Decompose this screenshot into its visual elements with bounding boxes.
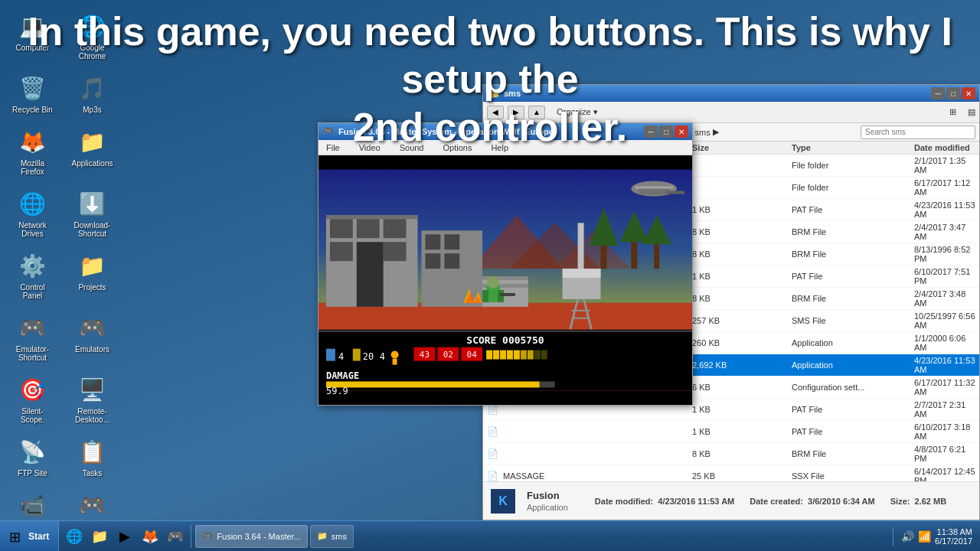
file-name-massage1: MASSAGE bbox=[503, 471, 544, 481]
back-button[interactable]: ◀ bbox=[487, 106, 504, 119]
toolbar-preview[interactable]: ▤ bbox=[968, 107, 975, 117]
desktop-icon-computer[interactable]: 💻 Computer bbox=[8, 8, 57, 64]
explorer-minimize-button[interactable]: ─ bbox=[931, 87, 945, 99]
taskbar-fusion-icon[interactable]: 🎮 bbox=[164, 525, 187, 548]
svg-rect-65 bbox=[493, 350, 499, 360]
chrome-icon: 🌐 bbox=[77, 11, 108, 41]
emulator-maximize-button[interactable]: □ bbox=[659, 126, 673, 138]
explorer-toolbar: ◀ ▶ ▲ Organize ▾ ⊞ ▤ bbox=[483, 102, 979, 123]
search-input[interactable] bbox=[861, 126, 975, 139]
desktop-icon-controlpanel[interactable]: ⚙️ Control Panel bbox=[8, 247, 57, 303]
status-date-modified: Date modified: 4/23/2016 11:53 AM bbox=[595, 497, 734, 506]
menu-sound[interactable]: Sound bbox=[396, 142, 428, 154]
breadcrumb-sms[interactable]: sms bbox=[694, 128, 710, 137]
emulator-titlebar: 🎮 Fusion 3.64 - Master System - Operatio… bbox=[318, 123, 692, 140]
desktop-icon-recycle[interactable]: 🗑️ Recycle Bin bbox=[8, 70, 57, 117]
desktop-icon-emulators[interactable]: 🎮 Emulators bbox=[67, 309, 117, 365]
svg-rect-21 bbox=[444, 234, 459, 249]
desktop-icon-remote[interactable]: 🖥️ Remote-Desktoo... bbox=[67, 371, 117, 427]
svg-rect-14 bbox=[357, 219, 380, 238]
svg-rect-36 bbox=[563, 269, 601, 278]
firefox-label: Mozilla Firefox bbox=[11, 159, 54, 176]
svg-rect-39 bbox=[665, 191, 684, 194]
taskbar-task-fusion[interactable]: 🎮 Fusion 3.64 - Master... bbox=[195, 525, 307, 548]
explorer-titlebar: 📁 sms ─ □ ✕ bbox=[483, 85, 979, 102]
file-row[interactable]: 📄MASSAGE 25 KB SSX File 6/14/2017 12:45 … bbox=[483, 465, 979, 481]
emulator-title: Fusion 3.64 - Master System - Operation … bbox=[338, 127, 640, 136]
network-icon: 🌐 bbox=[18, 188, 48, 219]
taskbar-ie-icon[interactable]: 🌐 bbox=[63, 525, 86, 548]
desktop-icons: 💻 Computer 🌐 Google Chrome 🗑️ Recycle Bi… bbox=[8, 8, 121, 551]
desktop: In this game, you need two buttons. This… bbox=[0, 0, 980, 551]
svg-rect-51 bbox=[326, 349, 335, 361]
desktop-icon-projects[interactable]: 📁 Projects bbox=[67, 247, 117, 303]
explorer-close-button[interactable]: ✕ bbox=[962, 87, 975, 99]
start-button[interactable]: ⊞ Start bbox=[0, 521, 59, 551]
menu-help[interactable]: Help bbox=[487, 142, 512, 154]
up-button[interactable]: ▲ bbox=[528, 106, 545, 119]
svg-rect-70 bbox=[528, 350, 534, 360]
menu-video[interactable]: Video bbox=[355, 142, 384, 154]
computer-icon: 💻 bbox=[18, 11, 48, 41]
emulator-minimize-button[interactable]: ─ bbox=[644, 126, 658, 138]
controlpanel-label: Control Panel bbox=[11, 283, 54, 300]
svg-text:SCORE  0005750: SCORE 0005750 bbox=[466, 334, 544, 346]
desktop-icon-silent-scope[interactable]: 🎯 Silent-Scope. bbox=[8, 371, 57, 427]
game-content[interactable]: SCORE 0005750 4 20 4 43 02 04 bbox=[318, 155, 692, 405]
svg-rect-12 bbox=[326, 215, 418, 219]
tray-speaker-icon[interactable]: 🔊 bbox=[901, 530, 914, 543]
desktop-icon-ftp[interactable]: 📡 FTP Site bbox=[8, 433, 57, 481]
file-row[interactable]: 📄 8 KB BRM File 4/8/2017 6:21 PM bbox=[483, 443, 979, 465]
recycle-label: Recycle Bin bbox=[12, 106, 53, 114]
svg-text:DAMAGE: DAMAGE bbox=[326, 370, 359, 381]
toolbar-view[interactable]: ⊞ bbox=[949, 107, 956, 117]
taskbar-firefox-icon[interactable]: 🦊 bbox=[139, 525, 162, 548]
download-icon: ⬇️ bbox=[77, 188, 108, 219]
date-modified-label: Date modified: bbox=[595, 497, 653, 506]
desktop-icon-chrome[interactable]: 🌐 Google Chrome bbox=[67, 8, 117, 64]
svg-rect-67 bbox=[507, 350, 513, 360]
svg-rect-23 bbox=[444, 253, 459, 269]
tray-network-icon[interactable]: 📶 bbox=[918, 530, 931, 543]
file-row[interactable]: 📄 1 KB PAT File 6/10/2017 3:18 AM bbox=[483, 421, 979, 443]
svg-rect-13 bbox=[330, 219, 353, 238]
desktop-icon-applications[interactable]: 📁 Applications bbox=[67, 123, 117, 179]
date-created-label: Date created: bbox=[750, 497, 803, 506]
download-label: Download-Shortcut bbox=[70, 221, 114, 238]
status-app-info: Fusion Application bbox=[527, 490, 568, 512]
toolbar-organize: Organize ▾ bbox=[557, 107, 946, 117]
forward-button[interactable]: ▶ bbox=[508, 106, 524, 119]
desktop-icon-tasks[interactable]: 📋 Tasks bbox=[67, 433, 117, 481]
taskbar-tray: 🔊 📶 11:38 AM 6/17/2017 bbox=[893, 527, 980, 546]
controlpanel-icon: ⚙️ bbox=[18, 250, 48, 281]
svg-rect-57 bbox=[393, 359, 397, 365]
task-explorer-icon: 📁 bbox=[317, 531, 328, 541]
ftp-icon: 📡 bbox=[18, 436, 48, 467]
network-label: Network Drives bbox=[11, 221, 54, 238]
col-type: Type bbox=[792, 143, 914, 152]
desktop-icon-network[interactable]: 🌐 Network Drives bbox=[8, 185, 57, 241]
date-modified-value: 4/23/2016 11:53 AM bbox=[658, 497, 734, 506]
taskbar-task-explorer[interactable]: 📁 sms bbox=[310, 525, 354, 548]
desktop-icon-mp3s[interactable]: 🎵 Mp3s bbox=[67, 70, 117, 117]
explorer-maximize-button[interactable]: □ bbox=[946, 87, 960, 99]
emulator-close-button[interactable]: ✕ bbox=[675, 126, 688, 138]
menu-file[interactable]: File bbox=[322, 142, 344, 154]
emulator-shortcut-label: Emulator-Shortcut bbox=[11, 345, 54, 362]
desktop-icon-download[interactable]: ⬇️ Download-Shortcut bbox=[67, 185, 117, 241]
svg-rect-20 bbox=[425, 234, 440, 249]
emulator-shortcut-icon: 🎮 bbox=[18, 312, 48, 343]
taskbar-quick-launch: 🌐 📁 ▶ 🦊 🎮 bbox=[59, 525, 191, 548]
emulator-app-icon: 🎮 bbox=[322, 126, 335, 138]
desktop-icon-emulator-shortcut[interactable]: 🎮 Emulator-Shortcut bbox=[8, 309, 57, 365]
svg-rect-53 bbox=[353, 349, 361, 361]
taskbar-media-icon[interactable]: ▶ bbox=[113, 525, 136, 548]
taskbar-folder-icon[interactable]: 📁 bbox=[88, 525, 111, 548]
desktop-icon-firefox[interactable]: 🦊 Mozilla Firefox bbox=[8, 123, 57, 179]
mp3s-label: Mp3s bbox=[83, 106, 101, 114]
menu-options[interactable]: Options bbox=[439, 142, 475, 154]
size-label: Size: bbox=[890, 497, 910, 506]
svg-point-56 bbox=[391, 351, 399, 359]
recycle-icon: 🗑️ bbox=[18, 73, 48, 103]
game-networks-icon: 🎮 bbox=[77, 490, 108, 520]
